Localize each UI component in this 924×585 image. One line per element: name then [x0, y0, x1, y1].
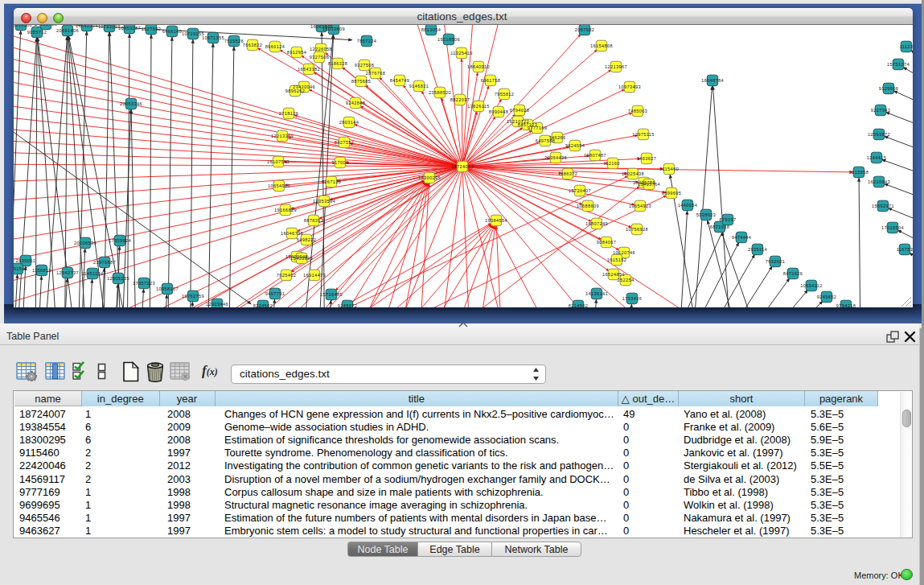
svg-text:15751074: 15751074 [887, 62, 910, 67]
svg-text:8214502: 8214502 [569, 303, 589, 307]
svg-text:1244415: 1244415 [867, 155, 887, 160]
svg-text:6466160: 6466160 [162, 29, 183, 34]
svg-text:12353594: 12353594 [313, 199, 335, 204]
svg-text:16524851: 16524851 [602, 272, 625, 277]
svg-text:15716485: 15716485 [320, 292, 343, 297]
svg-text:15495764: 15495764 [638, 182, 660, 187]
svg-text:18300295: 18300295 [418, 175, 441, 180]
svg-text:116753: 116753 [897, 247, 913, 252]
svg-text:12975115: 12975115 [632, 132, 655, 137]
svg-text:10958107: 10958107 [156, 286, 179, 291]
svg-text:2876768: 2876768 [366, 71, 386, 76]
svg-text:16782759: 16782759 [182, 294, 204, 299]
svg-text:19654923: 19654923 [629, 204, 651, 208]
svg-text:9896262: 9896262 [285, 89, 306, 93]
svg-text:9245652: 9245652 [817, 295, 837, 299]
svg-text:16033809: 16033809 [322, 27, 345, 31]
svg-text:17957223: 17957223 [133, 281, 155, 286]
svg-text:10688609: 10688609 [577, 204, 599, 208]
svg-text:7632621: 7632621 [766, 259, 786, 264]
svg-text:20206536: 20206536 [74, 241, 97, 245]
svg-text:1156819: 1156819 [32, 268, 51, 273]
svg-text:2635061: 2635061 [16, 258, 36, 263]
svg-text:8427552: 8427552 [335, 140, 355, 145]
svg-text:9227343: 9227343 [871, 108, 891, 113]
svg-text:8215958: 8215958 [849, 170, 869, 175]
svg-text:17359924: 17359924 [109, 238, 131, 243]
svg-text:9457791: 9457791 [265, 291, 285, 296]
svg-text:917006: 917006 [331, 160, 348, 165]
svg-text:8875685: 8875685 [351, 79, 372, 84]
svg-text:6961758: 6961758 [481, 78, 501, 83]
svg-text:9777169: 9777169 [528, 126, 548, 130]
svg-text:23975887: 23975887 [93, 260, 116, 265]
svg-text:14136141: 14136141 [585, 291, 608, 296]
svg-text:2718126: 2718126 [279, 111, 299, 116]
svg-text:7485063: 7485063 [628, 109, 648, 113]
svg-text:16107553: 16107553 [267, 159, 290, 164]
svg-text:7625402: 7625402 [277, 273, 297, 278]
svg-text:26269500: 26269500 [14, 25, 32, 27]
svg-text:10719155: 10719155 [182, 31, 204, 36]
svg-text:20364436: 20364436 [544, 155, 567, 160]
svg-text:10973493: 10973493 [618, 84, 641, 89]
svg-text:9474444: 9474444 [732, 235, 752, 240]
svg-text:10853287: 10853287 [118, 26, 141, 31]
svg-text:879197: 879197 [719, 217, 736, 222]
svg-text:5938923: 5938923 [696, 212, 717, 217]
svg-text:18807249: 18807249 [585, 221, 608, 226]
svg-text:1733426: 1733426 [622, 296, 643, 301]
svg-text:8224502: 8224502 [253, 303, 273, 307]
svg-text:8660124: 8660124 [265, 44, 285, 49]
svg-text:2087682: 2087682 [575, 27, 595, 32]
svg-text:16154808: 16154808 [590, 43, 613, 48]
svg-text:15409949: 15409949 [290, 256, 313, 261]
svg-text:12942737: 12942737 [56, 270, 79, 275]
svg-text:3624554: 3624554 [565, 143, 585, 148]
svg-text:11793237: 11793237 [98, 25, 121, 29]
svg-text:8813054: 8813054 [421, 27, 441, 32]
svg-text:20691406: 20691406 [56, 28, 79, 33]
svg-text:15692971: 15692971 [872, 204, 894, 208]
svg-text:23588520: 23588520 [429, 90, 451, 95]
svg-text:10025438: 10025438 [622, 171, 644, 176]
svg-text:1391547: 1391547 [14, 266, 27, 271]
svg-text:24055713: 24055713 [35, 25, 57, 27]
svg-text:5498222: 5498222 [297, 237, 317, 242]
svg-text:252254: 252254 [617, 278, 634, 282]
svg-text:9055712: 9055712 [27, 30, 47, 35]
svg-text:8471626: 8471626 [783, 271, 803, 276]
svg-text:2935114: 2935114 [748, 247, 767, 252]
svg-text:11325419: 11325419 [450, 51, 473, 56]
svg-text:8267130: 8267130 [322, 179, 342, 184]
svg-text:8454749: 8454749 [390, 78, 410, 83]
svg-text:7955812: 7955812 [495, 92, 515, 97]
svg-text:10671355: 10671355 [202, 35, 224, 40]
svg-text:17016504: 17016504 [881, 225, 904, 230]
svg-text:9115460: 9115460 [659, 167, 679, 171]
svg-text:2803144: 2803144 [339, 120, 359, 125]
svg-text:16648784: 16648784 [701, 78, 724, 83]
svg-text:6794028: 6794028 [510, 108, 530, 113]
svg-text:16914479: 16914479 [303, 273, 326, 278]
svg-text:8878352: 8878352 [304, 218, 324, 223]
svg-text:7986372: 7986372 [558, 171, 578, 176]
svg-text:11451194: 11451194 [81, 271, 103, 276]
svg-text:62160: 62160 [606, 161, 620, 166]
svg-text:9327506: 9327506 [310, 55, 330, 60]
svg-text:1527602: 1527602 [142, 27, 162, 31]
svg-text:8912954: 8912954 [287, 50, 307, 55]
svg-text:9146821: 9146821 [409, 84, 429, 89]
svg-text:8822037: 8822037 [450, 97, 470, 102]
svg-text:9242848: 9242848 [346, 101, 366, 105]
svg-text:16542374: 16542374 [76, 25, 98, 28]
svg-text:7857224: 7857224 [357, 39, 377, 43]
svg-text:8186328: 8186328 [328, 61, 348, 66]
svg-text:12505135: 12505135 [107, 276, 129, 281]
svg-text:7515526: 7515526 [224, 39, 244, 43]
svg-text:1440954: 1440954 [678, 203, 698, 208]
svg-text:9084067: 9084067 [597, 240, 617, 245]
svg-text:11123: 11123 [900, 44, 913, 49]
svg-text:8990448: 8990448 [489, 109, 509, 114]
svg-text:16543382: 16543382 [298, 67, 320, 72]
